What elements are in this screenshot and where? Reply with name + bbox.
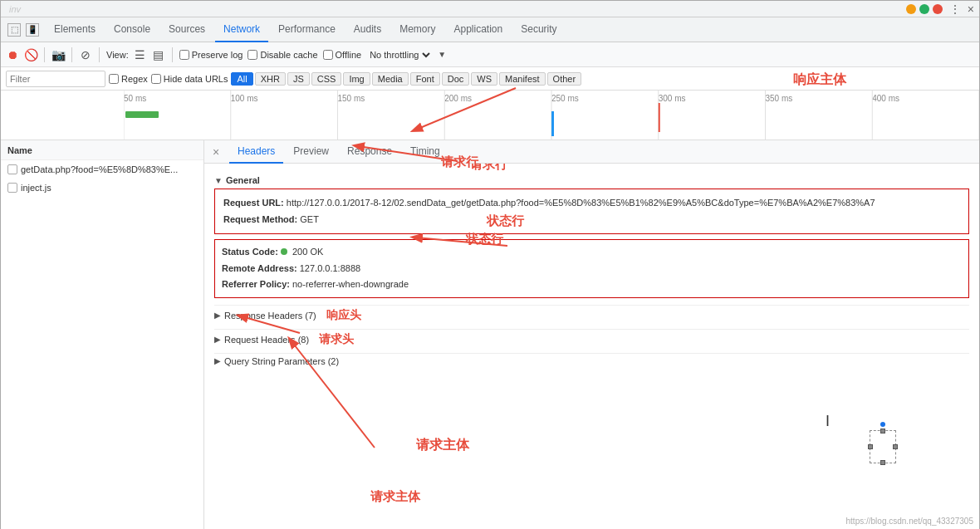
regex-label: Regex bbox=[121, 74, 148, 84]
panel-tab-bar: × Headers Preview Response Timing bbox=[204, 140, 979, 164]
status-code-row: Status Code: 200 OK bbox=[222, 245, 962, 260]
minimize-button[interactable] bbox=[906, 4, 916, 14]
remote-address-row: Remote Address: 127.0.0.1:8888 bbox=[222, 262, 962, 277]
tab-sources[interactable]: Sources bbox=[160, 17, 213, 42]
tab-preview[interactable]: Preview bbox=[285, 140, 337, 164]
tab-timing[interactable]: Timing bbox=[402, 140, 448, 164]
general-label: General bbox=[226, 175, 260, 185]
request-url-value: http://127.0.0.1/2017-8-12/02.sendData_g… bbox=[287, 198, 875, 208]
clear-icon[interactable]: 🚫 bbox=[24, 48, 37, 61]
request-headers-section: ▶ Request Headers (8) 请求头 bbox=[214, 329, 969, 350]
filter-js-button[interactable]: JS bbox=[287, 72, 310, 86]
camera-icon[interactable]: 📷 bbox=[51, 48, 65, 61]
hide-data-urls-checkbox[interactable] bbox=[151, 74, 161, 84]
maximize-button[interactable] bbox=[919, 4, 929, 14]
tab-security[interactable]: Security bbox=[512, 17, 565, 42]
filter-img-button[interactable]: Img bbox=[343, 72, 370, 86]
tab-headers[interactable]: Headers bbox=[229, 140, 283, 164]
filter-other-button[interactable]: Other bbox=[547, 72, 582, 86]
more-options-icon[interactable]: ⋮ bbox=[949, 2, 961, 16]
request-headers-toggle[interactable]: ▶ Request Headers (8) 请求头 bbox=[214, 329, 969, 350]
response-headers-toggle[interactable]: ▶ Response Headers (7) 响应头 bbox=[214, 305, 969, 326]
request-name-1: getData.php?food=%E5%8D%83%E... bbox=[21, 164, 178, 174]
regex-checkbox[interactable] bbox=[109, 74, 119, 84]
timeline-area: 50 ms 100 ms 150 ms 200 ms 250 ms 300 ms… bbox=[1, 91, 979, 140]
close-devtools-icon[interactable]: × bbox=[968, 2, 974, 16]
large-rows-icon[interactable]: ▤ bbox=[152, 48, 165, 61]
resize-box[interactable] bbox=[870, 430, 896, 463]
tab-console[interactable]: Console bbox=[105, 17, 159, 42]
resize-handle-bottom[interactable] bbox=[880, 460, 885, 465]
close-button[interactable] bbox=[933, 4, 943, 14]
hide-data-urls-label: Hide data URLs bbox=[164, 74, 228, 84]
preserve-log-checkbox-label[interactable]: Preserve log bbox=[179, 50, 243, 60]
resize-handle-left[interactable] bbox=[868, 444, 873, 449]
regex-checkbox-label[interactable]: Regex bbox=[109, 74, 148, 84]
filter-css-button[interactable]: CSS bbox=[311, 72, 342, 86]
filter-xhr-button[interactable]: XHR bbox=[255, 72, 286, 86]
filter-ws-button[interactable]: WS bbox=[471, 72, 497, 86]
resize-dot-top bbox=[880, 422, 885, 427]
tab-audits[interactable]: Audits bbox=[345, 17, 390, 42]
throttle-dropdown-icon[interactable]: ▼ bbox=[438, 50, 446, 59]
offline-checkbox[interactable] bbox=[323, 50, 333, 60]
query-string-expand-icon: ▶ bbox=[214, 356, 221, 365]
watermark: https://blog.csdn.net/qq_43327305 bbox=[846, 517, 973, 526]
filter-doc-button[interactable]: Doc bbox=[442, 72, 470, 86]
svg-rect-9 bbox=[125, 111, 159, 118]
request-body-annotation: 请求主体 bbox=[370, 489, 420, 505]
separator-3 bbox=[99, 47, 100, 62]
response-headers-label: Response Headers (7) bbox=[224, 311, 316, 321]
filter-manifest-button[interactable]: Manifest bbox=[499, 72, 546, 86]
disable-cache-label: Disable cache bbox=[260, 50, 317, 60]
request-headers-expand-icon: ▶ bbox=[214, 335, 221, 344]
devtools-window: inv ⋮ × ⬚ 📱 Elements Console Sources Net… bbox=[0, 0, 980, 529]
resize-handle-right[interactable] bbox=[893, 444, 898, 449]
record-icon[interactable]: ⏺ bbox=[6, 48, 19, 61]
device-toolbar-icon[interactable]: 📱 bbox=[26, 23, 39, 37]
list-item[interactable]: inject.js bbox=[1, 179, 203, 197]
preserve-log-checkbox[interactable] bbox=[179, 50, 189, 60]
tab-elements[interactable]: Elements bbox=[46, 17, 104, 42]
disable-cache-checkbox[interactable] bbox=[247, 50, 257, 60]
request-method-label: Request Method: bbox=[223, 214, 297, 224]
inspect-element-icon[interactable]: ⬚ bbox=[7, 23, 21, 37]
panel-close-icon[interactable]: × bbox=[208, 145, 224, 159]
offline-checkbox-label[interactable]: Offline bbox=[323, 50, 362, 60]
list-view-icon[interactable]: ☰ bbox=[134, 48, 147, 61]
query-string-label: Query String Parameters (2) bbox=[224, 356, 339, 366]
throttle-select[interactable]: No throttling bbox=[366, 49, 433, 61]
referrer-policy-label: Referrer Policy: bbox=[222, 279, 290, 289]
filter-media-button[interactable]: Media bbox=[372, 72, 409, 86]
disable-cache-checkbox-label[interactable]: Disable cache bbox=[247, 50, 317, 60]
filter-font-button[interactable]: Font bbox=[410, 72, 440, 86]
svg-rect-10 bbox=[551, 111, 554, 136]
network-toolbar: ⏺ 🚫 📷 ⊘ View: ☰ ▤ Preserve log Disable c… bbox=[1, 42, 979, 67]
filter-all-button[interactable]: All bbox=[231, 72, 252, 86]
remote-address-label: Remote Address: bbox=[222, 263, 297, 273]
separator-2 bbox=[71, 47, 72, 62]
tab-memory[interactable]: Memory bbox=[391, 17, 443, 42]
tab-network[interactable]: Network bbox=[215, 17, 268, 42]
list-item[interactable]: getData.php?food=%E5%8D%83%E... bbox=[1, 160, 203, 179]
request-headers-annotation: 请求头 bbox=[319, 332, 354, 347]
tab-application[interactable]: Application bbox=[446, 17, 512, 42]
panel-content: ▼ General Request URL: http://127.0.0.1/… bbox=[204, 164, 979, 529]
remote-address-value: 127.0.0.1:8888 bbox=[300, 263, 360, 273]
request-headers-label: Request Headers (8) bbox=[224, 335, 309, 345]
filter-icon[interactable]: ⊘ bbox=[79, 48, 92, 61]
filter-input[interactable] bbox=[6, 71, 105, 87]
general-expand-icon[interactable]: ▼ bbox=[214, 176, 223, 185]
request-name-2: inject.js bbox=[21, 183, 51, 193]
general-box: Request URL: http://127.0.0.1/2017-8-12/… bbox=[214, 189, 969, 234]
view-label: View: bbox=[106, 50, 129, 60]
general-section-header: ▼ General bbox=[214, 175, 969, 185]
tab-response[interactable]: Response bbox=[339, 140, 400, 164]
request-icon-2 bbox=[7, 183, 17, 193]
resize-handle-top[interactable] bbox=[880, 429, 885, 433]
query-string-toggle[interactable]: ▶ Query String Parameters (2) bbox=[214, 353, 969, 369]
filter-row: Regex Hide data URLs All XHR JS CSS Img … bbox=[1, 67, 979, 91]
timeline-grid bbox=[124, 91, 979, 140]
hide-data-urls-checkbox-label[interactable]: Hide data URLs bbox=[151, 74, 228, 84]
tab-performance[interactable]: Performance bbox=[270, 17, 344, 42]
